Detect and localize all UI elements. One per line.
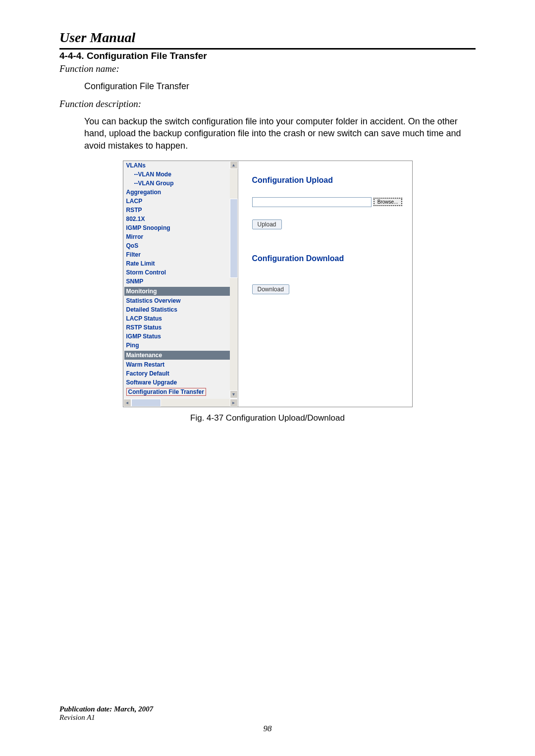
figure-caption: Fig. 4-37 Configuration Upload/Download	[59, 413, 476, 423]
sidebar: VLANs--VLAN Mode--VLAN GroupAggregationL…	[123, 161, 238, 407]
nav-mirror[interactable]: Mirror	[126, 232, 238, 241]
nav-config-file-transfer[interactable]: Configuration File Transfer	[126, 387, 238, 397]
scroll-thumb-vertical[interactable]	[230, 199, 238, 278]
nav-rstp[interactable]: RSTP	[126, 206, 238, 215]
page-footer: Publication date: March, 2007 Revision A…	[59, 705, 476, 734]
config-upload-title: Configuration Upload	[252, 176, 402, 185]
nav-warm-restart[interactable]: Warm Restart	[126, 360, 238, 369]
nav-filter[interactable]: Filter	[126, 250, 238, 259]
nav-software-upgrade[interactable]: Software Upgrade	[126, 378, 238, 387]
nav-vlan-group[interactable]: --VLAN Group	[126, 179, 238, 188]
nav-rstp-status[interactable]: RSTP Status	[126, 323, 238, 332]
page-number: 98	[59, 724, 476, 734]
scroll-left-icon[interactable]: ◂	[123, 399, 131, 407]
nav-vlan-mode[interactable]: --VLAN Mode	[126, 170, 238, 179]
scroll-up-icon[interactable]: ▴	[230, 161, 238, 169]
function-description: You can backup the switch configuration …	[84, 115, 476, 152]
publication-date: Publication date: March, 2007	[59, 705, 476, 713]
config-download-title: Configuration Download	[252, 254, 402, 263]
nav-header-monitoring: Monitoring	[124, 287, 238, 296]
nav-stats-overview[interactable]: Statistics Overview	[126, 296, 238, 305]
nav-qos[interactable]: QoS	[126, 241, 238, 250]
scroll-horizontal: ◂ ▸	[123, 399, 238, 407]
nav-lacp[interactable]: LACP	[126, 197, 238, 206]
download-button[interactable]: Download	[252, 284, 289, 294]
nav-storm-control[interactable]: Storm Control	[126, 268, 238, 277]
nav-8021x[interactable]: 802.1X	[126, 215, 238, 223]
nav-header-maintenance: Maintenance	[124, 351, 238, 360]
upload-file-input[interactable]	[252, 197, 372, 207]
scroll-thumb-horizontal[interactable]	[131, 399, 161, 407]
upload-button[interactable]: Upload	[252, 219, 282, 229]
function-description-label: Function description:	[59, 99, 476, 109]
scroll-right-icon[interactable]: ▸	[230, 399, 238, 407]
function-name-label: Function name:	[59, 63, 476, 74]
scroll-track-vertical[interactable]	[230, 169, 238, 390]
nav-igmp-snooping[interactable]: IGMP Snooping	[126, 223, 238, 232]
nav-ping[interactable]: Ping	[126, 341, 238, 350]
nav-igmp-status[interactable]: IGMP Status	[126, 332, 238, 341]
nav-lacp-status[interactable]: LACP Status	[126, 314, 238, 323]
nav-factory-default[interactable]: Factory Default	[126, 369, 238, 378]
nav-aggregation[interactable]: Aggregation	[126, 188, 238, 197]
screenshot: VLANs--VLAN Mode--VLAN GroupAggregationL…	[123, 161, 413, 407]
nav-rate-limit[interactable]: Rate Limit	[126, 259, 238, 268]
nav-vlans[interactable]: VLANs	[126, 161, 238, 170]
function-name: Configuration File Transfer	[84, 81, 476, 92]
revision: Revision A1	[59, 713, 476, 722]
nav-detailed-stats[interactable]: Detailed Statistics	[126, 305, 238, 314]
section-heading: 4-4-4. Configuration File Transfer	[59, 51, 476, 61]
browse-button[interactable]: Browse...	[374, 198, 402, 206]
manual-header: User Manual	[59, 30, 476, 50]
scroll-down-icon[interactable]: ▾	[230, 390, 238, 398]
content-pane: Configuration Upload Browse... Upload Co…	[238, 161, 412, 407]
nav-snmp[interactable]: SNMP	[126, 277, 238, 286]
